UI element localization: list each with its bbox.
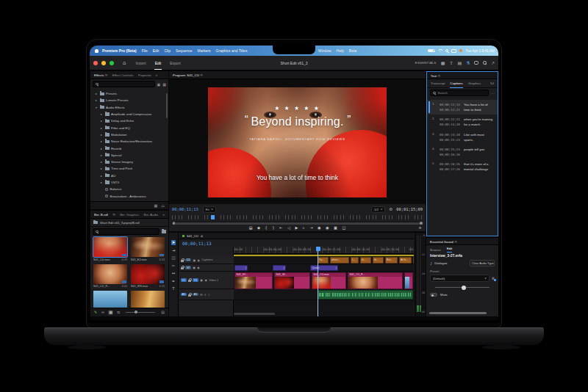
- track-target-v1[interactable]: V1: [193, 278, 198, 282]
- program-video-frame[interactable]: ★ ★ ★ ★ ★ “ Beyond inspiring. ” TATIANA …: [208, 87, 387, 197]
- video-clip[interactable]: [404, 272, 413, 289]
- beta-feedback-icon[interactable]: ⚗: [466, 61, 470, 65]
- slider-knob[interactable]: [462, 286, 466, 290]
- zoom-window-button[interactable]: [110, 61, 114, 65]
- menu-sequence[interactable]: Sequence: [176, 48, 193, 53]
- control-center-icon[interactable]: [451, 49, 456, 53]
- menu-file[interactable]: File: [142, 48, 148, 53]
- sequence-tab[interactable]: S41_CU ≡: [179, 233, 414, 239]
- settings-wrench-icon[interactable]: ⚙: [389, 207, 392, 211]
- razor-tool[interactable]: ✂: [172, 264, 176, 269]
- track-button-icon[interactable]: S: [204, 293, 206, 297]
- graphic-clip[interactable]: ƒ: [273, 265, 286, 271]
- lift-icon[interactable]: ◉: [318, 226, 321, 230]
- extract-icon[interactable]: ◉: [326, 226, 329, 230]
- go-to-out-icon[interactable]: ⇥: [309, 226, 312, 230]
- lock-icon[interactable]: [188, 294, 191, 297]
- video-clip-s41-cu-r-[interactable]: S41_CU_R...: [348, 272, 403, 289]
- track-target-a1[interactable]: A1: [193, 293, 198, 297]
- caption-clip[interactable]: th...: [360, 257, 371, 264]
- step-forward-icon[interactable]: ▹: [303, 226, 305, 230]
- program-playhead[interactable]: [211, 215, 215, 220]
- bin-tab-bin-audio[interactable]: Bin: Audio: [143, 213, 158, 217]
- bin-tab-bin-graphics[interactable]: Bin: Graphics: [120, 213, 139, 217]
- zoom-level-dropdown[interactable]: Fit∨: [203, 206, 216, 213]
- tree-item-noise-reduction-restoration[interactable]: ▸Noise Reduction/Restoration: [90, 138, 168, 145]
- es-tab-browse[interactable]: Browse: [430, 248, 441, 252]
- tab-program[interactable]: Program: S41_CU ≡: [173, 73, 203, 77]
- caption-clip[interactable]: At le...: [399, 257, 412, 264]
- program-current-timecode[interactable]: 00;00;11;13: [172, 207, 198, 211]
- tree-item-au[interactable]: ▸AU: [90, 173, 168, 179]
- search-icon[interactable]: [483, 61, 487, 65]
- time-ruler[interactable]: 00;0000;00;04;0000;00;08;0000;00;12;0000…: [234, 247, 414, 254]
- export-frame-icon[interactable]: ▣: [334, 226, 337, 230]
- list-view-icon[interactable]: ≔: [101, 311, 104, 314]
- mic-icon[interactable]: ♪: [208, 293, 209, 297]
- comments-icon[interactable]: [474, 61, 478, 65]
- panel-menu-icon[interactable]: ≡: [112, 212, 115, 217]
- menu-edit[interactable]: Edit: [153, 48, 159, 53]
- tree-item-time-and-pitch[interactable]: ▸Time and Pitch: [90, 165, 168, 172]
- intensity-slider[interactable]: [435, 287, 490, 288]
- panel-overflow-icon[interactable]: »: [156, 73, 158, 77]
- twisty-icon[interactable]: ▾: [95, 106, 98, 109]
- bin-item-s41-e2-mov[interactable]: S41_E2.mov3:26: [131, 237, 165, 261]
- battery-icon[interactable]: [428, 49, 434, 53]
- comparison-view-icon[interactable]: ◫: [342, 226, 345, 230]
- track-button-icon[interactable]: ◉: [197, 266, 199, 269]
- lock-icon[interactable]: [181, 267, 184, 269]
- timeline-current-timecode[interactable]: 00;00;11;13: [182, 241, 212, 246]
- menubar-clock[interactable]: Tue Apr 1 9:41 AM: [465, 49, 495, 53]
- tree-item-audio-effects[interactable]: ▾Audio Effects: [90, 104, 168, 111]
- twisty-icon[interactable]: ▸: [100, 126, 103, 130]
- twisty-icon[interactable]: ▸: [95, 92, 98, 95]
- track-button-icon[interactable]: ◉: [197, 258, 199, 262]
- timeline-horizontal-scrollbar[interactable]: [234, 313, 275, 316]
- menu-help[interactable]: Help: [337, 48, 344, 53]
- es-tab-edit[interactable]: Edit: [447, 247, 453, 252]
- tree-item-amplitude-and-compression[interactable]: ▸Amplitude and Compression: [90, 111, 168, 117]
- more-options-icon[interactable]: ⋯: [491, 91, 495, 95]
- twisty-icon[interactable]: ▸: [100, 167, 103, 170]
- new-bin-icon[interactable]: ▤: [161, 311, 165, 314]
- track-button-icon[interactable]: ◉: [204, 278, 207, 282]
- play-icon[interactable]: ▶: [295, 226, 298, 230]
- bin-item-s41-ws-mov[interactable]: S41_WS.mov4:21: [131, 264, 165, 288]
- tab-effects[interactable]: Effects ≡: [94, 73, 108, 77]
- icon-view-icon[interactable]: ▦: [108, 311, 113, 315]
- wifi-icon[interactable]: [437, 49, 442, 53]
- menu-graphics-and-titles[interactable]: Graphics and Titles: [216, 48, 248, 53]
- tree-item-modulation[interactable]: ▸Modulation: [90, 131, 168, 138]
- effects-scrollbar[interactable]: [166, 93, 168, 118]
- caption-text[interactable]: people tell you: [464, 147, 484, 157]
- freeform-view-icon[interactable]: ⇆: [117, 311, 120, 314]
- mode-tab-edit[interactable]: Edit: [154, 57, 162, 70]
- menubar-app-name[interactable]: Premiere Pro (Beta): [102, 48, 137, 53]
- twisty-icon[interactable]: ▸: [100, 153, 103, 157]
- twisty-icon[interactable]: ▸: [100, 112, 103, 116]
- twisty-icon[interactable]: ▸: [100, 147, 103, 150]
- tree-item-presets[interactable]: ▸Presets: [90, 90, 168, 97]
- twisty-icon[interactable]: ▸: [95, 98, 98, 102]
- twisty-icon[interactable]: ▸: [100, 139, 103, 143]
- track-button-icon[interactable]: ▣: [200, 278, 203, 282]
- workspace-name[interactable]: ESSENTIALS: [415, 61, 437, 65]
- delete-icon[interactable]: ▭: [161, 203, 165, 208]
- track-button-icon[interactable]: ▣: [193, 266, 196, 269]
- caption-search-input[interactable]: Search: [430, 90, 489, 96]
- menu-beta[interactable]: Beta: [349, 48, 356, 53]
- audio-clip[interactable]: [318, 290, 413, 300]
- caption-row[interactable]: 3.00;00;14;2000;00;15;23Like with most s…: [427, 130, 498, 145]
- writable-toggle-icon[interactable]: ✎: [94, 311, 97, 314]
- graphic-clip[interactable]: ƒ: [234, 265, 248, 271]
- caption-text[interactable]: when you're training for a match.: [464, 117, 495, 127]
- caption-text[interactable]: Like with most sports,: [464, 132, 495, 142]
- caption-row[interactable]: 4.00;00;15;2300;00;16;16people tell you: [427, 145, 498, 159]
- bin-search-input[interactable]: [93, 228, 159, 235]
- tree-item-special[interactable]: ▸Special: [90, 152, 168, 159]
- essential-sound-title[interactable]: Essential Sound ≡: [430, 239, 457, 244]
- bin-tab-bin-b-roll[interactable]: Bin: B-roll: [94, 213, 108, 217]
- mark-out-icon[interactable]: }: [272, 226, 274, 230]
- spotlight-search-icon[interactable]: [445, 49, 449, 53]
